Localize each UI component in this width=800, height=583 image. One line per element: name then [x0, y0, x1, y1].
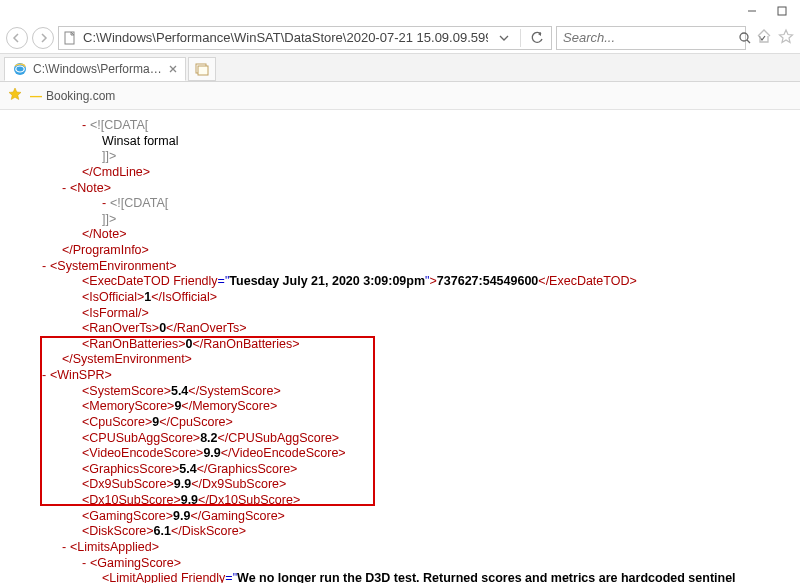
cdata-close: ]]>	[102, 149, 116, 163]
disk-close: </DiskScore>	[171, 524, 246, 538]
cpuscore-close: </CpuScore>	[159, 415, 233, 429]
disk-open: <DiskScore>	[82, 524, 154, 538]
collapse-toggle[interactable]: -	[62, 540, 70, 556]
limits-gaming-open: <GamingScore>	[90, 556, 181, 570]
disk-val: 6.1	[154, 524, 171, 538]
limitapplied-open: <LimitApplied	[102, 571, 181, 583]
page-file-icon	[63, 31, 77, 45]
favorites-button[interactable]	[8, 87, 22, 104]
refresh-button[interactable]	[527, 31, 547, 45]
new-tab-button[interactable]	[188, 57, 216, 81]
dx10-open: <Dx10SubScore>	[82, 493, 181, 507]
dx10-close: </Dx10SubScore>	[198, 493, 300, 507]
favorites-icon[interactable]	[778, 28, 794, 47]
videoenc-open: <VideoEncodeScore>	[82, 446, 203, 460]
isformal-tag: <IsFormal/>	[82, 306, 149, 320]
collapse-toggle[interactable]: -	[82, 556, 90, 572]
cdata-close: ]]>	[102, 212, 116, 226]
graphics-open: <GraphicsScore>	[82, 462, 179, 476]
bookmark-icon: —	[30, 89, 38, 103]
window-titlebar	[0, 0, 800, 22]
address-box	[58, 26, 552, 50]
ranonbatt-open: <RanOnBatteries>	[82, 337, 186, 351]
ranoverts-open: <RanOverTs>	[82, 321, 159, 335]
programinfo-close-tag: </ProgramInfo>	[62, 243, 149, 257]
dx9-close: </Dx9SubScore>	[191, 477, 286, 491]
svg-rect-10	[198, 66, 208, 75]
friendly-attr: Friendly	[173, 274, 217, 288]
graphics-val: 5.4	[179, 462, 196, 476]
gaming-val: 9.9	[173, 509, 190, 523]
execdatetod-close: </ExecDateTOD>	[538, 274, 636, 288]
tab-close-button[interactable]	[169, 65, 177, 73]
collapse-toggle[interactable]: -	[62, 181, 70, 197]
note-close-tag: </Note>	[82, 227, 126, 241]
videoenc-close: </VideoEncodeScore>	[221, 446, 346, 460]
ranonbatt-val: 0	[186, 337, 193, 351]
memoryscore-close: </MemoryScore>	[181, 399, 277, 413]
collapse-toggle[interactable]: -	[102, 196, 110, 212]
address-toolbar	[0, 22, 800, 54]
cpusubagg-close: </CPUSubAggScore>	[218, 431, 340, 445]
isofficial-close: </IsOfficial>	[151, 290, 217, 304]
memoryscore-open: <MemoryScore>	[82, 399, 174, 413]
sysenv-close-tag: </SystemEnvironment>	[62, 352, 192, 366]
tab-active[interactable]: C:\Windows\Performance\...	[4, 57, 186, 81]
cdata-open: <![CDATA[	[90, 118, 148, 132]
window-maximize-button[interactable]	[768, 2, 796, 20]
dx9-open: <Dx9SubScore>	[82, 477, 174, 491]
ranonbatt-close: </RanOnBatteries>	[193, 337, 300, 351]
cpusubagg-val: 8.2	[200, 431, 217, 445]
cmdline-close-tag: </CmdLine>	[82, 165, 150, 179]
collapse-toggle[interactable]: -	[42, 259, 50, 275]
cpuscore-open: <CpuScore>	[82, 415, 152, 429]
ranoverts-close: </RanOverTs>	[166, 321, 247, 335]
dx10-val: 9.9	[181, 493, 198, 507]
winspr-open-tag: <WinSPR>	[50, 368, 112, 382]
sysenv-open-tag: <SystemEnvironment>	[50, 259, 176, 273]
gaming-close: </GamingScore>	[190, 509, 285, 523]
cdata-text: Winsat formal	[102, 134, 178, 148]
systemscore-close: </SystemScore>	[188, 384, 280, 398]
friendly-val: Tuesday July 21, 2020 3:09:09pm	[229, 274, 425, 288]
execdatetod-val: 737627:54549600	[437, 274, 539, 288]
tab-label: C:\Windows\Performance\...	[33, 62, 163, 76]
friendly-attr: Friendly	[181, 571, 225, 583]
address-separator	[520, 29, 521, 47]
address-history-dropdown[interactable]	[494, 33, 514, 43]
note-open-tag: <Note>	[70, 181, 111, 195]
svg-rect-1	[778, 7, 786, 15]
search-input[interactable]	[563, 30, 732, 45]
nav-forward-button[interactable]	[32, 27, 54, 49]
isofficial-open: <IsOfficial>	[82, 290, 144, 304]
tab-bar: C:\Windows\Performance\...	[0, 54, 800, 82]
collapse-toggle[interactable]: -	[42, 368, 50, 384]
favorites-bar: — Booking.com	[0, 82, 800, 110]
search-box	[556, 26, 746, 50]
favorite-item-booking[interactable]: Booking.com	[46, 89, 115, 103]
dx9-val: 9.9	[174, 477, 191, 491]
svg-point-5	[740, 33, 748, 41]
systemscore-val: 5.4	[171, 384, 188, 398]
gaming-open: <GamingScore>	[82, 509, 173, 523]
execdatetod-open: <ExecDateTOD	[82, 274, 173, 288]
window-minimize-button[interactable]	[738, 2, 766, 20]
address-input[interactable]	[83, 30, 488, 45]
ie-icon	[13, 62, 27, 76]
chrome-right-icons	[750, 28, 794, 47]
cpusubagg-open: <CPUSubAggScore>	[82, 431, 200, 445]
graphics-close: </GraphicsScore>	[197, 462, 298, 476]
cdata-open: <![CDATA[	[110, 196, 168, 210]
xml-viewer: -<![CDATA[ Winsat formal ]]> </CmdLine> …	[0, 110, 800, 583]
videoenc-val: 9.9	[203, 446, 220, 460]
systemscore-open: <SystemScore>	[82, 384, 171, 398]
home-icon[interactable]	[756, 28, 772, 47]
limitsapplied-open: <LimitsApplied>	[70, 540, 159, 554]
nav-back-button[interactable]	[6, 27, 28, 49]
collapse-toggle[interactable]: -	[82, 118, 90, 134]
